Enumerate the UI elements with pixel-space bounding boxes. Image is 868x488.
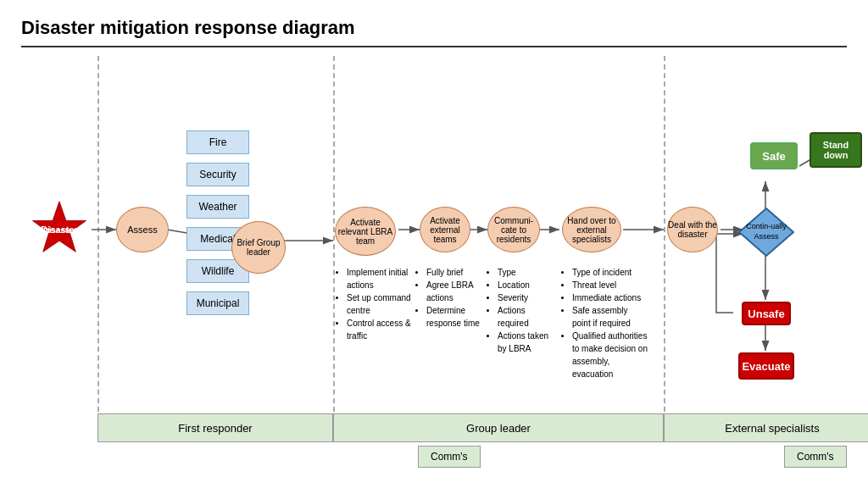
vline-1 (97, 56, 99, 412)
continually-assess-label: Contin-ually Assess (744, 222, 788, 241)
bullets-activate-external: Fully brief Agree LBRA actions Determine… (416, 266, 482, 330)
swim-lane-first-responder: First responder (97, 413, 333, 442)
comms-box-1: Comm's (418, 446, 481, 468)
stand-down-box: Stand down (810, 132, 862, 168)
communicate-oval: Communi-cate to residents (487, 207, 540, 252)
weather-box: Weather (186, 195, 249, 219)
disaster-star: Disaster Disaster (30, 200, 89, 259)
bullets-hand-over: Type of incident Threat level Immediate … (562, 266, 648, 380)
swim-lane-external-specialists: External specialists (664, 413, 868, 442)
continually-assess-diamond: Contin-ually Assess (737, 207, 795, 258)
bullets-communicate: Type Location Severity Actions required … (487, 266, 552, 355)
page: Disaster mitigation response diagram (0, 0, 868, 488)
divider (21, 46, 847, 47)
swim-lane-group-leader: Group leader (333, 413, 664, 442)
deal-with-oval: Deal with the disaster (667, 207, 718, 252)
vline-3 (664, 56, 665, 412)
activate-lbra-oval: Activate relevant LBRA team (335, 207, 396, 256)
page-title: Disaster mitigation response diagram (21, 17, 847, 39)
fire-box: Fire (186, 130, 249, 154)
security-box: Security (186, 163, 249, 186)
disaster-label: Disaster (41, 225, 77, 235)
comms-box-2: Comm's (784, 446, 847, 468)
unsafe-box: Unsafe (742, 302, 791, 325)
assess-oval: Assess (116, 207, 169, 252)
hand-over-oval: Hand over to external specialists (562, 207, 621, 252)
activate-external-oval: Activate external teams (420, 207, 470, 252)
municipal-box: Municipal (186, 291, 249, 315)
safe-box: Safe (750, 142, 798, 169)
evacuate-box: Evacuate (738, 352, 794, 380)
bullets-activate-lbra: Implement initial actions Set up command… (337, 266, 411, 342)
diagram-area: Disaster Disaster Assess Fire Security W… (21, 56, 847, 471)
brief-group-leader-oval: Brief Group leader (231, 221, 286, 274)
